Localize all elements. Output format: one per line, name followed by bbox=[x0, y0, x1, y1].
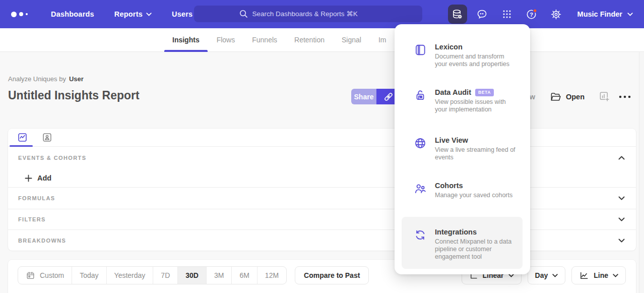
range-6m-label: 6M bbox=[239, 271, 249, 279]
tab-impact[interactable]: Im bbox=[370, 28, 395, 51]
menu-item-description: View a live streaming feed of events bbox=[435, 146, 518, 161]
range-today[interactable]: Today bbox=[72, 267, 106, 284]
compare-to-past-button[interactable]: Compare to Past bbox=[295, 266, 369, 284]
breakdowns-label: BREAKDOWNS bbox=[18, 238, 66, 244]
menu-item-integrations[interactable]: Integrations Connect Mixpanel to a data … bbox=[402, 217, 523, 269]
plus-icon bbox=[25, 174, 32, 182]
global-search[interactable] bbox=[194, 6, 422, 22]
menu-item-description: Connect Mixpanel to a data pipeline or c… bbox=[435, 238, 518, 261]
menu-item-title: Data Audit bbox=[435, 88, 471, 96]
globe-icon bbox=[414, 136, 427, 161]
chart-type-dropdown[interactable]: Line bbox=[571, 266, 626, 284]
range-custom-label: Custom bbox=[40, 271, 64, 279]
data-management-button[interactable] bbox=[448, 5, 467, 24]
settings-button[interactable] bbox=[547, 5, 566, 24]
collapse-events-button[interactable] bbox=[618, 156, 625, 160]
line-chart-icon bbox=[579, 270, 589, 280]
menu-item-description: View possible issues with your implement… bbox=[435, 98, 518, 113]
menu-item-lexicon[interactable]: Lexicon Document and transform your even… bbox=[402, 43, 523, 68]
tab-insights[interactable]: Insights bbox=[164, 28, 208, 51]
chart-view-icon bbox=[17, 132, 28, 143]
menu-item-description: Document and transform your events and p… bbox=[435, 53, 518, 68]
range-today-label: Today bbox=[80, 271, 98, 279]
expand-breakdowns-button[interactable] bbox=[618, 239, 625, 243]
tab-retention-label: Retention bbox=[294, 36, 325, 44]
project-switcher[interactable]: Music Finder bbox=[577, 10, 633, 18]
range-yesterday[interactable]: Yesterday bbox=[107, 267, 154, 284]
profiles-view-tab[interactable] bbox=[42, 132, 52, 143]
book-icon bbox=[414, 43, 427, 68]
gear-icon bbox=[550, 9, 562, 20]
events-view-tab[interactable] bbox=[17, 132, 28, 143]
menu-item-cohorts[interactable]: Cohorts Manage your saved cohorts bbox=[402, 182, 523, 199]
query-builder-card: EVENTS & COHORTS Add FORMULAS FILTERS BR… bbox=[8, 129, 636, 251]
range-12m[interactable]: 12M bbox=[257, 267, 286, 284]
nav-reports[interactable]: Reports bbox=[114, 10, 152, 18]
add-event-button[interactable]: Add bbox=[25, 174, 51, 182]
users-icon bbox=[414, 182, 427, 199]
expand-formulas-button[interactable] bbox=[618, 196, 625, 200]
search-input[interactable] bbox=[252, 10, 377, 18]
menu-item-data-audit[interactable]: Data Audit BETA View possible issues wit… bbox=[402, 88, 523, 113]
tab-signal[interactable]: Signal bbox=[334, 28, 369, 51]
tab-insights-label: Insights bbox=[172, 36, 200, 44]
report-title[interactable]: Untitled Insights Report bbox=[8, 89, 140, 102]
nav-users-label: Users bbox=[172, 10, 192, 18]
nav-reports-label: Reports bbox=[114, 10, 143, 18]
tab-flows[interactable]: Flows bbox=[209, 28, 243, 51]
nav-users[interactable]: Users bbox=[172, 10, 192, 18]
nav-dashboards[interactable]: Dashboards bbox=[51, 10, 94, 18]
chart-type-label: Line bbox=[594, 271, 608, 279]
range-12m-label: 12M bbox=[265, 271, 279, 279]
add-label: Add bbox=[37, 174, 51, 182]
chevron-down-icon bbox=[618, 196, 625, 200]
feedback-button[interactable] bbox=[473, 5, 492, 24]
menu-item-description: Manage your saved cohorts bbox=[435, 192, 512, 199]
events-cohorts-label: EVENTS & COHORTS bbox=[18, 155, 86, 161]
folder-icon bbox=[550, 92, 561, 102]
tab-signal-label: Signal bbox=[342, 36, 361, 44]
range-30d-label: 30D bbox=[185, 271, 199, 279]
interval-dropdown[interactable]: Day bbox=[528, 266, 566, 284]
analyze-prefix: Analyze Uniques by bbox=[8, 75, 66, 83]
svg-text:?: ? bbox=[530, 12, 533, 18]
sync-icon bbox=[414, 228, 427, 261]
analyze-by-row: Analyze Uniques byUser bbox=[8, 75, 84, 83]
range-30d[interactable]: 30D bbox=[178, 267, 207, 284]
mixpanel-logo[interactable] bbox=[11, 12, 28, 17]
page-scrollbar[interactable] bbox=[639, 52, 644, 293]
nav-right-cluster: ? Music Finder bbox=[448, 5, 633, 24]
range-yesterday-label: Yesterday bbox=[114, 271, 146, 279]
tab-impact-label: Im bbox=[378, 36, 387, 44]
range-6m[interactable]: 6M bbox=[232, 267, 257, 284]
section-filters[interactable]: FILTERS bbox=[8, 209, 636, 229]
tab-flows-label: Flows bbox=[217, 36, 235, 44]
range-3m[interactable]: 3M bbox=[207, 267, 232, 284]
range-custom[interactable]: Custom bbox=[18, 267, 72, 284]
database-gear-icon bbox=[452, 9, 463, 20]
tab-funnels[interactable]: Funnels bbox=[244, 28, 285, 51]
open-report-button[interactable]: Open bbox=[550, 92, 585, 102]
section-events-cohorts[interactable]: EVENTS & COHORTS bbox=[8, 147, 636, 169]
tab-retention[interactable]: Retention bbox=[286, 28, 333, 51]
filters-label: FILTERS bbox=[18, 216, 46, 222]
chevron-up-icon bbox=[618, 156, 625, 160]
menu-item-live-view[interactable]: Live View View a live streaming feed of … bbox=[402, 136, 523, 161]
section-breakdowns[interactable]: BREAKDOWNS bbox=[8, 229, 636, 251]
share-button[interactable]: Share bbox=[351, 89, 376, 104]
header-actions: New Open bbox=[520, 89, 631, 104]
section-formulas[interactable]: FORMULAS bbox=[8, 187, 636, 209]
add-to-dashboard-button[interactable] bbox=[599, 91, 610, 102]
mixpanel-insights-page: Dashboards Reports Users bbox=[0, 0, 644, 293]
chevron-down-icon bbox=[618, 239, 625, 243]
more-options-button[interactable] bbox=[618, 94, 631, 99]
chevron-down-icon bbox=[146, 13, 152, 16]
events-add-row: Add bbox=[8, 169, 636, 187]
apps-grid-button[interactable] bbox=[497, 5, 517, 24]
range-7d[interactable]: 7D bbox=[153, 267, 178, 284]
analyze-entity-selector[interactable]: User bbox=[69, 75, 84, 83]
help-button[interactable]: ? bbox=[522, 5, 541, 24]
grid-icon bbox=[501, 9, 512, 20]
expand-filters-button[interactable] bbox=[618, 217, 625, 221]
menu-item-title: Live View bbox=[435, 136, 468, 144]
